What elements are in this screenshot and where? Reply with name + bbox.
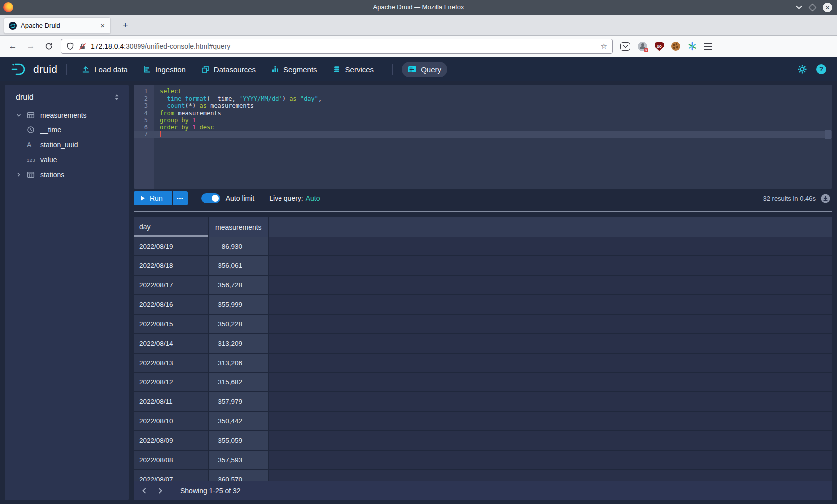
browser-tab[interactable]: Apache Druid × bbox=[4, 17, 111, 34]
url-bar[interactable]: 172.18.0.4:30899/unified-console.html#qu… bbox=[61, 39, 613, 54]
cell-day[interactable]: 2022/08/16 bbox=[134, 295, 208, 314]
window-title: Apache Druid — Mozilla Firefox bbox=[0, 0, 837, 15]
schema-column-station-uuid[interactable]: A station_uuid bbox=[5, 137, 129, 152]
schema-table-stations[interactable]: stations bbox=[5, 167, 129, 182]
cell-day[interactable]: 2022/08/17 bbox=[134, 276, 208, 294]
window-minimize-button[interactable] bbox=[796, 5, 802, 9]
insecure-lock-icon[interactable] bbox=[79, 43, 86, 50]
table-row[interactable]: 2022/08/11357,979 bbox=[134, 392, 832, 411]
cell-day[interactable]: 2022/08/12 bbox=[134, 373, 208, 391]
cell-day[interactable]: 2022/08/10 bbox=[134, 412, 208, 430]
tab-close-icon[interactable]: × bbox=[99, 21, 106, 30]
auto-limit-toggle[interactable] bbox=[201, 193, 220, 203]
cell-day[interactable]: 2022/08/08 bbox=[134, 451, 208, 469]
table-row[interactable]: 2022/08/15350,228 bbox=[134, 315, 832, 333]
cell-day[interactable]: 2022/08/07 bbox=[134, 470, 208, 481]
column-header-measurements[interactable]: measurements bbox=[209, 217, 268, 237]
window-maximize-button[interactable] bbox=[809, 3, 817, 11]
nav-item-load-data[interactable]: Load data bbox=[76, 62, 134, 77]
sql-editor[interactable]: 1select2 time_format(__time, 'YYYY/MM/dd… bbox=[134, 85, 832, 189]
cookie-extension-icon[interactable] bbox=[671, 42, 680, 51]
cell-day[interactable]: 2022/08/11 bbox=[134, 392, 208, 411]
cell-day[interactable]: 2022/08/19 bbox=[134, 237, 208, 255]
row-filler bbox=[269, 392, 832, 411]
nav-item-ingestion[interactable]: Ingestion bbox=[137, 62, 192, 77]
nav-item-services[interactable]: Services bbox=[327, 62, 380, 77]
chevron-right-icon[interactable] bbox=[16, 172, 27, 178]
cell-measurements[interactable]: 356,728 bbox=[209, 276, 268, 294]
cell-day[interactable]: 2022/08/18 bbox=[134, 256, 208, 275]
cell-measurements[interactable]: 315,682 bbox=[209, 373, 268, 391]
editor-line[interactable]: 7 bbox=[134, 131, 832, 138]
cell-measurements[interactable]: 357,979 bbox=[209, 392, 268, 411]
forward-icon[interactable]: → bbox=[22, 41, 40, 51]
cell-measurements[interactable]: 313,206 bbox=[209, 354, 268, 372]
table-row[interactable]: 2022/08/16355,999 bbox=[134, 295, 832, 314]
run-more-button[interactable]: ••• bbox=[173, 191, 188, 205]
table-row[interactable]: 2022/08/14313,209 bbox=[134, 334, 832, 353]
editor-line[interactable]: 6order by 1 desc bbox=[134, 124, 832, 131]
column-header-day[interactable]: day bbox=[134, 217, 208, 237]
table-row[interactable]: 2022/08/09355,059 bbox=[134, 431, 832, 450]
cell-day[interactable]: 2022/08/15 bbox=[134, 315, 208, 333]
sort-carets-icon[interactable] bbox=[113, 93, 121, 101]
table-row[interactable]: 2022/08/08357,593 bbox=[134, 451, 832, 469]
cell-measurements[interactable]: 356,061 bbox=[209, 256, 268, 275]
table-row[interactable]: 2022/08/17356,728 bbox=[134, 276, 832, 294]
nav-item-query[interactable]: Query bbox=[402, 62, 447, 77]
table-row[interactable]: 2022/08/13313,206 bbox=[134, 354, 832, 372]
nav-item-datasources[interactable]: Datasources bbox=[195, 62, 262, 77]
cell-measurements[interactable]: 360,570 bbox=[209, 470, 268, 481]
editor-line[interactable]: 3 count(*) as measurements bbox=[134, 102, 832, 110]
editor-line[interactable]: 5group by 1 bbox=[134, 117, 832, 124]
window-close-button[interactable]: × bbox=[823, 3, 832, 12]
pocket-icon[interactable] bbox=[620, 42, 630, 51]
bookmark-star-icon[interactable]: ☆ bbox=[601, 42, 607, 51]
panel-splitter[interactable] bbox=[134, 211, 832, 212]
url-text[interactable]: 172.18.0.4:30899/unified-console.html#qu… bbox=[91, 42, 601, 50]
pagination-label: Showing 1-25 of 32 bbox=[180, 487, 241, 495]
shield-icon[interactable] bbox=[66, 42, 74, 50]
schema-table-measurements[interactable]: measurements bbox=[5, 108, 129, 123]
cell-measurements[interactable]: 313,209 bbox=[209, 334, 268, 353]
multi-account-extension-icon[interactable] bbox=[688, 42, 697, 51]
download-icon[interactable] bbox=[821, 194, 830, 203]
cell-day[interactable]: 2022/08/13 bbox=[134, 354, 208, 372]
back-icon[interactable]: ← bbox=[4, 41, 22, 51]
schema-column-value[interactable]: 123 value bbox=[5, 152, 129, 167]
cell-measurements[interactable]: 86,930 bbox=[209, 237, 268, 255]
nav-item-segments[interactable]: Segments bbox=[265, 62, 323, 77]
cell-measurements[interactable]: 357,593 bbox=[209, 451, 268, 469]
next-page-icon[interactable] bbox=[152, 487, 168, 494]
cell-day[interactable]: 2022/08/09 bbox=[134, 431, 208, 450]
druid-logo[interactable]: druid bbox=[11, 62, 57, 76]
privacy-extension-icon[interactable]: ✕ bbox=[638, 42, 647, 51]
row-filler bbox=[269, 237, 832, 255]
run-button[interactable]: Run bbox=[134, 191, 172, 205]
editor-scrollbar-thumb[interactable] bbox=[825, 130, 831, 139]
live-query-value[interactable]: Auto bbox=[306, 194, 320, 202]
schema-column-time[interactable]: __time bbox=[5, 123, 129, 137]
editor-line[interactable]: 4from measurements bbox=[134, 110, 832, 117]
cell-measurements[interactable]: 350,442 bbox=[209, 412, 268, 430]
table-row[interactable]: 2022/08/12315,682 bbox=[134, 373, 832, 391]
cell-day[interactable]: 2022/08/14 bbox=[134, 334, 208, 353]
reload-icon[interactable] bbox=[40, 42, 58, 50]
new-tab-button[interactable]: + bbox=[118, 18, 133, 33]
editor-line[interactable]: 1select bbox=[134, 88, 832, 95]
prev-page-icon[interactable] bbox=[137, 487, 152, 494]
table-row[interactable]: 2022/08/07360,570 bbox=[134, 470, 832, 481]
settings-gear-icon[interactable] bbox=[797, 64, 807, 74]
cell-measurements[interactable]: 355,059 bbox=[209, 431, 268, 450]
ublock-extension-icon[interactable]: UO bbox=[655, 42, 664, 51]
menu-icon[interactable] bbox=[704, 43, 712, 50]
table-row[interactable]: 2022/08/1986,930 bbox=[134, 237, 832, 255]
chevron-down-icon[interactable] bbox=[16, 112, 27, 118]
table-row[interactable]: 2022/08/18356,061 bbox=[134, 256, 832, 275]
editor-lines[interactable]: 1select2 time_format(__time, 'YYYY/MM/dd… bbox=[134, 85, 832, 138]
cell-measurements[interactable]: 350,228 bbox=[209, 315, 268, 333]
cell-measurements[interactable]: 355,999 bbox=[209, 295, 268, 314]
editor-line[interactable]: 2 time_format(__time, 'YYYY/MM/dd') as "… bbox=[134, 95, 832, 103]
table-row[interactable]: 2022/08/10350,442 bbox=[134, 412, 832, 430]
help-icon[interactable]: ? bbox=[816, 64, 826, 74]
